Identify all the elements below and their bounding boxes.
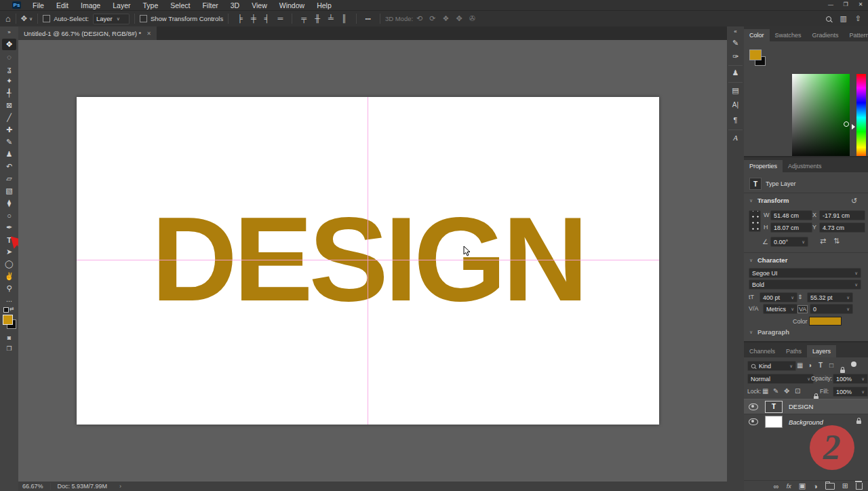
lasso-tool[interactable]: ʓ <box>2 63 16 75</box>
lock-position-icon[interactable]: ✥ <box>784 387 789 395</box>
foreground-color-swatch[interactable] <box>3 315 13 325</box>
pen-tool[interactable]: ✒ <box>2 222 16 233</box>
tab-paths[interactable]: Paths <box>781 345 807 357</box>
healing-brush-tool[interactable]: ✚ <box>2 124 16 136</box>
menu-view[interactable]: View <box>245 1 273 9</box>
menu-3d[interactable]: 3D <box>224 1 245 9</box>
toolbar-more-icon[interactable]: ⋯ <box>2 295 16 307</box>
new-layer-icon[interactable]: ⊞ <box>842 482 848 490</box>
filter-adjustment-icon[interactable]: ◑ <box>808 361 812 369</box>
text-color-swatch[interactable] <box>809 317 842 326</box>
menu-edit[interactable]: Edit <box>50 1 75 9</box>
blur-tool[interactable]: ⧫ <box>2 197 16 209</box>
background-layer-thumbnail[interactable] <box>765 416 783 428</box>
canvas-area[interactable]: DESIGN <box>18 40 727 482</box>
kerning-field[interactable]: Metrics∨ <box>763 304 797 314</box>
paragraph-styles-icon[interactable]: ▤ <box>727 86 744 95</box>
tab-close-icon[interactable]: ✕ <box>146 31 151 37</box>
hand-tool[interactable]: ✌ <box>2 271 16 282</box>
y-field[interactable]: 4.73 cm <box>819 222 865 233</box>
tab-swatches[interactable]: Swatches <box>770 29 807 41</box>
minimize-icon[interactable]: — <box>823 0 838 9</box>
restore-icon[interactable]: ❐ <box>838 0 853 9</box>
share-icon[interactable]: ⇧ <box>855 15 861 22</box>
show-transform-checkbox[interactable] <box>140 15 147 22</box>
menu-window[interactable]: Window <box>273 1 311 9</box>
object-selection-tool[interactable]: ✦ <box>2 75 16 87</box>
document-tab[interactable]: Untitled-1 @ 66.7% (DESIGN, RGB/8#) * ✕ <box>18 26 157 40</box>
default-colors-icon[interactable] <box>3 307 9 313</box>
paragraph-collapse-icon[interactable]: ∨ <box>749 330 753 335</box>
auto-select-target-dropdown[interactable]: Layer ∨ <box>93 14 130 24</box>
layer-filter-dropdown[interactable]: Kind∨ <box>747 361 796 371</box>
clone-stamp-tool[interactable]: ♟ <box>2 149 16 160</box>
menu-select[interactable]: Select <box>164 1 196 9</box>
zoom-level-field[interactable]: 66.67% <box>22 483 43 490</box>
align-center-h-icon[interactable]: ╪ <box>247 15 260 22</box>
distribute-h-icon[interactable]: ═ <box>274 15 288 22</box>
clone-source-icon[interactable]: ♟ <box>727 68 744 77</box>
transform-section-title[interactable]: Transform <box>757 197 789 204</box>
link-layers-icon[interactable]: ∞ <box>774 482 779 490</box>
color-panel-foreground-swatch[interactable] <box>749 50 762 60</box>
tab-layers[interactable]: Layers <box>807 345 836 357</box>
x-field[interactable]: -17.91 cm <box>819 210 865 220</box>
opacity-field[interactable]: 100%∨ <box>833 374 868 384</box>
layer-row-design[interactable]: T DESIGN <box>744 399 868 414</box>
eraser-tool[interactable]: ▱ <box>2 173 16 184</box>
font-size-field[interactable]: 400 pt∨ <box>760 292 797 302</box>
layer-mask-icon[interactable]: ▣ <box>799 482 806 490</box>
lock-artboard-icon[interactable]: ⊡ <box>795 387 800 395</box>
align-right-icon[interactable]: ╡ <box>260 15 274 22</box>
menu-file[interactable]: File <box>26 1 50 9</box>
brushes-icon[interactable]: ✑ <box>727 52 744 61</box>
distribute-v-icon[interactable]: ║ <box>338 15 351 22</box>
paragraph-panel-icon[interactable]: ¶ <box>727 116 744 124</box>
hue-slider[interactable] <box>856 74 866 161</box>
tracking-field[interactable]: 0∨ <box>810 304 853 314</box>
screen-mode-button[interactable]: ❐ <box>2 342 16 354</box>
character-panel-icon[interactable]: A| <box>727 101 744 109</box>
glyphs-panel-icon[interactable]: A <box>727 134 744 142</box>
font-style-dropdown[interactable]: Bold∨ <box>749 279 861 290</box>
filter-type-icon[interactable]: T <box>818 361 823 369</box>
blend-mode-dropdown[interactable]: Normal∨ <box>747 374 814 384</box>
character-collapse-icon[interactable]: ∨ <box>749 258 753 263</box>
fill-field[interactable]: 100%∨ <box>833 387 868 397</box>
new-group-icon[interactable] <box>825 483 835 490</box>
move-tool[interactable]: ✥ <box>2 39 16 50</box>
status-chevron-icon[interactable]: › <box>119 483 121 490</box>
align-bottom-icon[interactable]: ╧ <box>324 15 338 22</box>
angle-field[interactable]: 0.00°∨ <box>770 237 808 247</box>
transform-collapse-icon[interactable]: ∨ <box>749 198 753 203</box>
height-field[interactable]: 18.07 cm <box>770 222 812 233</box>
eyedropper-tool[interactable]: ╱ <box>2 112 16 123</box>
dock-collapse-icon[interactable]: « <box>727 28 744 35</box>
marquee-tool[interactable]: ◌ <box>2 51 16 62</box>
visibility-eye-icon[interactable] <box>749 404 758 410</box>
filter-smart-object-icon[interactable] <box>840 370 845 373</box>
adjustment-layer-icon[interactable]: ◑ <box>813 482 818 490</box>
flip-horizontal-icon[interactable]: ⇄ <box>820 237 826 246</box>
tab-channels[interactable]: Channels <box>744 345 781 357</box>
saturation-square[interactable] <box>792 74 850 161</box>
hue-slider-arrow[interactable] <box>852 124 855 130</box>
lock-pixels-icon[interactable]: ✎ <box>773 387 778 395</box>
tab-gradients[interactable]: Gradients <box>807 29 844 41</box>
paragraph-section-title[interactable]: Paragraph <box>757 328 789 336</box>
gradient-tool[interactable]: ▧ <box>2 185 16 197</box>
tab-color[interactable]: Color <box>744 29 770 41</box>
visibility-eye-icon[interactable] <box>749 418 758 425</box>
align-left-icon[interactable]: ╞ <box>233 15 247 22</box>
align-top-icon[interactable]: ╤ <box>297 15 311 22</box>
home-icon[interactable]: ⌂ <box>5 14 11 23</box>
flip-vertical-icon[interactable]: ⇅ <box>833 237 840 246</box>
filter-shape-icon[interactable]: □ <box>829 361 833 369</box>
align-middle-icon[interactable]: ╫ <box>311 15 324 22</box>
tool-preset-chevron-icon[interactable]: ∨ <box>29 16 33 21</box>
character-section-title[interactable]: Character <box>757 256 787 264</box>
history-brush-tool[interactable]: ↶ <box>2 161 16 172</box>
lock-transparency-icon[interactable]: ▦ <box>762 387 768 395</box>
width-field[interactable]: 51.48 cm <box>770 210 812 220</box>
transform-reset-icon[interactable]: ↺ <box>851 197 857 205</box>
